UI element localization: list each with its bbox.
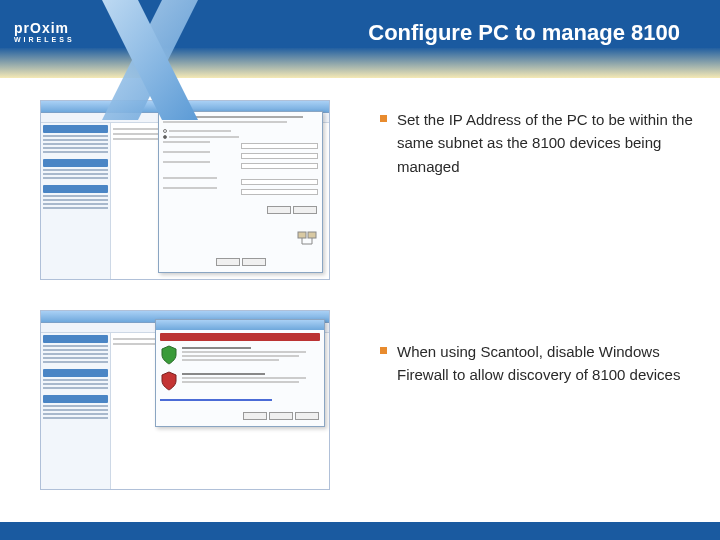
bullet-item: Set the IP Address of the PC to be withi… bbox=[380, 108, 700, 178]
dialog-ip-properties bbox=[158, 111, 323, 273]
slide-content: Set the IP Address of the PC to be withi… bbox=[0, 100, 720, 520]
bullet-icon bbox=[380, 115, 387, 122]
svg-rect-3 bbox=[308, 232, 316, 238]
slide-title: Configure PC to manage 8100 bbox=[368, 20, 680, 46]
bullet-text: When using Scantool, disable Windows Fir… bbox=[397, 340, 700, 387]
brand-logo: prOxim WIRELESS bbox=[14, 20, 75, 43]
screenshot-firewall bbox=[40, 310, 330, 490]
network-icon bbox=[296, 230, 318, 248]
footer-stripe bbox=[0, 522, 720, 540]
shield-off-icon bbox=[160, 371, 178, 391]
bullet-item: When using Scantool, disable Windows Fir… bbox=[380, 340, 700, 387]
row-ip-config: Set the IP Address of the PC to be withi… bbox=[40, 100, 700, 280]
dialog-firewall bbox=[155, 319, 325, 427]
bullet-icon bbox=[380, 347, 387, 354]
row-firewall: When using Scantool, disable Windows Fir… bbox=[40, 310, 700, 490]
brand-tagline: WIRELESS bbox=[14, 36, 75, 43]
screenshot-ip-settings bbox=[40, 100, 330, 280]
shield-on-icon bbox=[160, 345, 178, 365]
bullet-text: Set the IP Address of the PC to be withi… bbox=[397, 108, 700, 178]
brand-x-icon bbox=[90, 0, 210, 120]
brand-name: prOxim bbox=[14, 20, 75, 36]
svg-rect-2 bbox=[298, 232, 306, 238]
